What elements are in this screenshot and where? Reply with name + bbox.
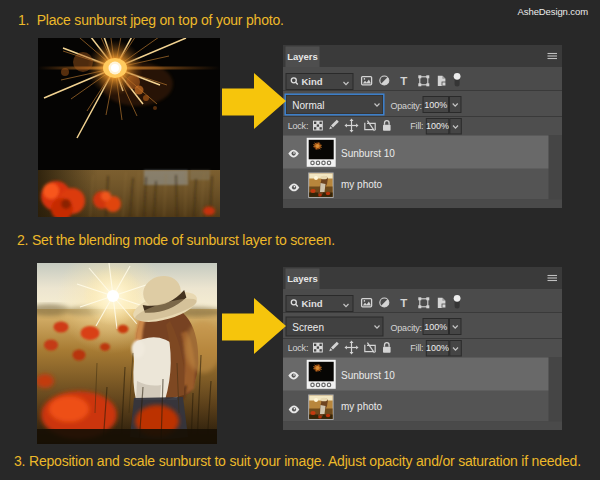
svg-text:T: T (400, 297, 407, 309)
svg-text:my photo: my photo (341, 401, 383, 412)
svg-text:Screen: Screen (292, 322, 324, 333)
svg-text:Normal: Normal (292, 100, 324, 111)
svg-text:Fill:: Fill: (410, 343, 423, 353)
svg-text:100%: 100% (426, 121, 449, 131)
svg-text:100%: 100% (424, 100, 447, 110)
svg-text:100%: 100% (426, 343, 449, 353)
svg-text:Sunburst 10: Sunburst 10 (341, 370, 395, 381)
svg-text:Lock:: Lock: (288, 343, 309, 353)
svg-text:Lock:: Lock: (288, 121, 309, 131)
svg-text:Layers: Layers (287, 51, 318, 62)
svg-text:Opacity:: Opacity: (391, 101, 422, 111)
svg-text:100%: 100% (424, 322, 447, 332)
svg-text:Opacity:: Opacity: (391, 323, 422, 333)
svg-text:my photo: my photo (341, 179, 383, 190)
svg-text:Kind: Kind (302, 298, 323, 309)
svg-text:Kind: Kind (302, 76, 323, 87)
svg-text:Fill:: Fill: (410, 121, 423, 131)
svg-text:T: T (400, 75, 407, 87)
svg-text:Layers: Layers (287, 273, 318, 284)
svg-text:Sunburst 10: Sunburst 10 (341, 148, 395, 159)
